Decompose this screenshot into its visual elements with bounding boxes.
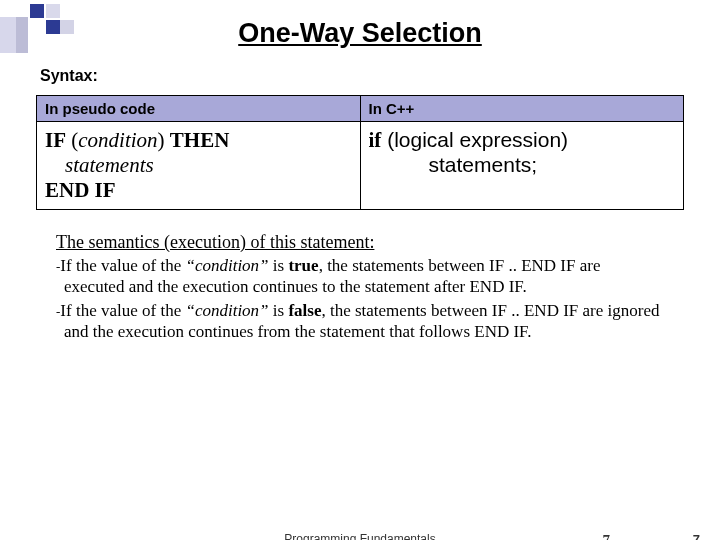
table-header-pseudo: In pseudo code: [37, 96, 361, 122]
pseudo-endif: END IF: [45, 178, 352, 203]
true-keyword: true: [288, 256, 318, 275]
text-segment: is: [269, 256, 289, 275]
cpp-code-cell: if (logical expression) statements;: [360, 122, 684, 210]
pseudo-paren-open: (: [66, 128, 78, 152]
pseudo-statements: statements: [45, 153, 352, 178]
semantics-para-true: -If the value of the “condition” is true…: [56, 255, 664, 298]
table-header-cpp: In C++: [360, 96, 684, 122]
pseudo-then-keyword: THEN: [170, 128, 230, 152]
condition-term: “condition”: [185, 256, 268, 275]
cpp-statements: statements;: [369, 153, 676, 177]
false-keyword: false: [288, 301, 321, 320]
footer-page-number-outer: 7: [693, 532, 700, 540]
semantics-heading: The semantics (execution) of this statem…: [56, 232, 684, 253]
semantics-para-false: -If the value of the “condition” is fals…: [56, 300, 664, 343]
syntax-label: Syntax:: [40, 67, 684, 85]
pseudo-if-keyword: IF: [45, 128, 66, 152]
semantics-body: -If the value of the “condition” is true…: [56, 255, 664, 342]
pseudo-condition: condition: [78, 128, 157, 152]
footer-center-text: Programming Fundamentals: [0, 532, 720, 540]
text-segment: If the value of the: [60, 301, 185, 320]
cpp-if-keyword: if: [369, 128, 382, 152]
pseudo-paren-close: ): [158, 128, 170, 152]
slide-title: One-Way Selection: [36, 18, 684, 49]
cpp-logical-expression: (logical expression): [381, 128, 568, 151]
text-segment: If the value of the: [60, 256, 185, 275]
slide-corner-decoration: [0, 0, 120, 54]
footer-page-number-inner: 7: [603, 532, 611, 540]
text-segment: is: [269, 301, 289, 320]
syntax-comparison-table: In pseudo code In C++ IF (condition) THE…: [36, 95, 684, 210]
pseudo-code-cell: IF (condition) THEN statements END IF: [37, 122, 361, 210]
condition-term: “condition”: [185, 301, 268, 320]
